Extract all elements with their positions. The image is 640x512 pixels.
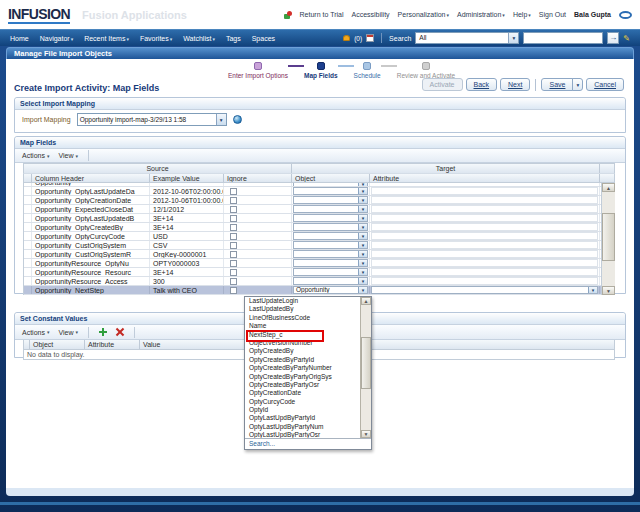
nav-item-tags[interactable]: Tags [226,35,241,42]
table-row[interactable]: Opportunity_CustOrigSystemCSV [24,241,614,250]
table-row[interactable]: Opportunity_OptyCreationDate2012-10-06T0… [24,196,614,205]
dropdown-item-optycreatedbypartyid[interactable]: OptyCreatedByPartyId [245,356,371,364]
dropdown-item-name[interactable]: Name [245,322,371,330]
dropdown-search-link[interactable]: Search... [245,438,371,449]
table-row[interactable]: Opportunity_NextStepTalk with CEOOpportu… [24,286,614,295]
delete-row-icon[interactable] [116,328,124,336]
ignore-checkbox[interactable] [230,215,237,222]
ignore-checkbox[interactable] [230,260,237,267]
ignore-checkbox[interactable] [230,224,237,231]
table-row[interactable]: Opportunity_OptyLastUpdatedB3E+14 [24,214,614,223]
train-step-map-fields[interactable]: Map Fields [304,62,338,79]
row-selector[interactable] [24,187,32,195]
attribute-field[interactable] [371,259,598,267]
search-go-button[interactable]: → [607,32,619,44]
dropdown-item-optycurcycode[interactable]: OptyCurcyCode [245,398,371,406]
table-vertical-scrollbar[interactable]: ▲ ▼ [601,183,615,295]
global-link-sign-out[interactable]: Sign Out [539,11,566,18]
ignore-checkbox[interactable] [230,287,237,294]
nav-item-favorites[interactable]: Favorites▾ [140,35,172,42]
row-selector[interactable] [24,241,32,249]
table-row[interactable]: OpportunityResource_Access300 [24,277,614,286]
train-step-schedule[interactable]: Schedule [354,62,381,79]
train-step-review-and-activate[interactable]: Review and Activate [397,62,456,79]
table-row[interactable]: Opportunity_CustOrigSystemROrgKey-000000… [24,250,614,259]
global-link-accessibility[interactable]: Accessibility [351,11,389,18]
scroll-thumb[interactable] [361,337,371,389]
dropdown-scrollbar[interactable]: ▲ ▼ [360,297,371,438]
refresh-mapping-icon[interactable] [233,115,242,124]
global-link-personalization[interactable]: Personalization▾ [398,11,449,18]
ignore-checkbox[interactable] [230,242,237,249]
attribute-field[interactable] [371,196,598,204]
ignore-checkbox[interactable] [230,269,237,276]
attribute-field[interactable] [371,214,598,222]
global-link-return-to-trial[interactable]: Return to Trial [300,11,344,18]
global-link-administration[interactable]: Administration▾ [457,11,505,18]
row-selector[interactable] [24,183,32,186]
save-button[interactable]: Save [541,78,573,91]
nav-item-home[interactable]: Home [10,35,29,42]
advanced-search-icon[interactable]: ✎ [623,34,630,43]
notifications-bell-icon[interactable] [343,35,350,41]
dropdown-item-optyid[interactable]: OptyId [245,406,371,414]
row-selector[interactable] [24,205,32,213]
save-menu-button[interactable]: ▾ [572,78,583,91]
object-select[interactable] [293,223,368,231]
train-step-enter-import-options[interactable]: Enter Import Options [228,62,288,79]
actions-menu[interactable]: Actions▾ [22,152,49,159]
attribute-field[interactable] [371,277,598,285]
scroll-down-button[interactable]: ▼ [361,430,371,438]
row-selector[interactable] [24,250,32,258]
object-select[interactable] [293,214,368,222]
dropdown-item-optycreationdate[interactable]: OptyCreationDate [245,389,371,397]
dropdown-item-lineofbusinesscode[interactable]: LineOfBusinessCode [245,314,371,322]
dropdown-item-optylastupdbypartynum[interactable]: OptyLastUpdByPartyNum [245,423,371,431]
object-select[interactable] [293,277,368,285]
import-mapping-select[interactable]: Opportunity import-map-3/29/13 1:58 [77,113,227,126]
dropdown-item-optycreatedbypartynumber[interactable]: OptyCreatedByPartyNumber [245,364,371,372]
row-selector[interactable] [24,259,32,267]
ignore-checkbox[interactable] [230,233,237,240]
dropdown-item-optylastupdbypartyosr[interactable]: OptyLastUpdByPartyOsr [245,431,371,438]
attribute-field[interactable] [371,205,598,213]
view-menu[interactable]: View▾ [58,152,78,159]
table-row[interactable]: Opportunity_ExpectedCloseDat12/1/2012 [24,205,614,214]
nav-item-recent-items[interactable]: Recent Items▾ [84,35,129,42]
activate-button[interactable]: Activate [422,78,463,91]
ignore-checkbox[interactable] [230,197,237,204]
attribute-field[interactable] [371,187,598,195]
attribute-field[interactable] [371,232,598,240]
dropdown-item-objectversionnumber[interactable]: ObjectVersionNumber [245,339,371,347]
dropdown-item-lastupdatedby[interactable]: LastUpdatedBy [245,305,371,313]
dropdown-item-optycreatedbypartyorigsys[interactable]: OptyCreatedByPartyOrigSys [245,373,371,381]
row-selector[interactable] [24,214,32,222]
next-button[interactable]: Next [500,78,530,91]
ignore-checkbox[interactable] [230,188,237,195]
actions-menu[interactable]: Actions▾ [22,329,49,336]
object-select[interactable] [293,232,368,240]
object-select[interactable] [293,196,368,204]
object-select[interactable] [293,268,368,276]
calendar-icon[interactable] [366,34,374,42]
ignore-checkbox[interactable] [230,251,237,258]
object-select[interactable] [293,187,368,195]
nav-item-spaces[interactable]: Spaces [252,35,275,42]
scroll-thumb[interactable] [602,213,615,261]
object-select[interactable]: Opportunity [293,286,368,294]
nav-item-navigator[interactable]: Navigator▾ [40,35,73,42]
object-select[interactable] [293,259,368,267]
table-row[interactable]: Opportunity_OptyCreatedBy3E+14 [24,223,614,232]
table-row[interactable]: Opportunity_OptyLastUpdateDa2012-10-06T0… [24,187,614,196]
cancel-button[interactable]: Cancel [586,78,624,91]
object-select[interactable] [293,241,368,249]
dropdown-item-optycreatedbypartyosr[interactable]: OptyCreatedByPartyOsr [245,381,371,389]
view-menu[interactable]: View▾ [58,329,78,336]
ignore-checkbox[interactable] [230,206,237,213]
scroll-up-button[interactable]: ▲ [602,183,615,192]
row-selector[interactable] [24,232,32,240]
object-select[interactable] [293,183,368,186]
object-select[interactable] [293,205,368,213]
table-row[interactable]: OpportunityResource_OptyNuOPTY0000003 [24,259,614,268]
attribute-field[interactable] [371,250,598,258]
